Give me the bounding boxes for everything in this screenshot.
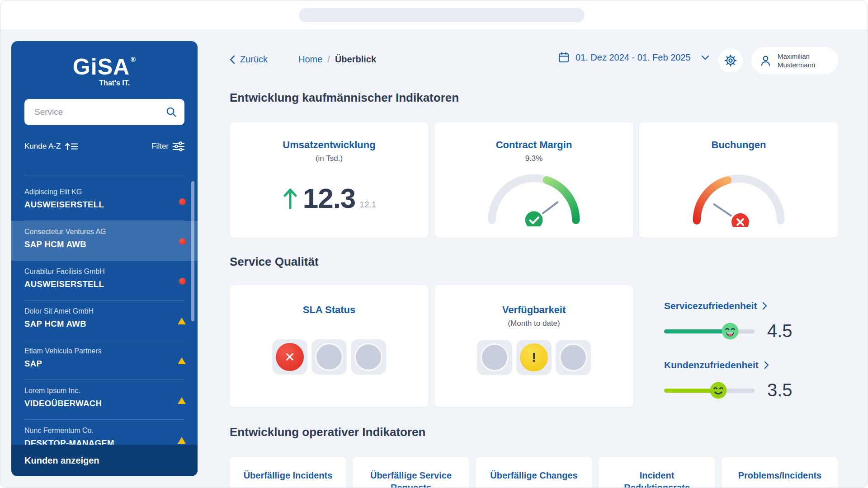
service-satisfaction-row: 4.5	[664, 321, 845, 341]
smiling-smiley-icon	[710, 382, 727, 399]
gauge-good	[434, 168, 633, 228]
sidebar: GiSA® That's IT. Kunde A-Z	[11, 41, 198, 476]
card-subtitle: (in Tsd.)	[230, 154, 429, 163]
user-menu[interactable]: Maximilian Mustermann	[751, 47, 838, 74]
user-last-name: Mustermann	[778, 61, 815, 70]
card-subtitle: (Month to date)	[434, 319, 633, 328]
status-indicator	[178, 397, 186, 404]
service-satisfaction-slider[interactable]	[664, 323, 755, 340]
customer-list-item[interactable]: Nunc Fermentum Co. DESKTOP-MANAGEM	[11, 420, 198, 445]
gauge-chart-critical	[686, 168, 791, 227]
customer-name: Lorem Ipsum Inc.	[24, 387, 170, 395]
kpi-card-verfuegbarkeit: Verfügbarkeit (Month to date)	[434, 285, 633, 407]
app-window: GiSA® That's IT. Kunde A-Z	[0, 0, 868, 488]
traffic-lamp	[520, 343, 548, 371]
status-indicator	[178, 437, 186, 444]
breadcrumb: Home / Überblick	[298, 54, 376, 65]
traffic-lamp	[354, 343, 382, 371]
kpi-card-overdue-service-requests[interactable]: Überfällige Service Requests	[353, 457, 469, 488]
back-button[interactable]: Zurück	[230, 54, 268, 65]
top-bar	[0, 0, 868, 29]
customer-service: SAP HCM AWB	[24, 239, 170, 249]
customer-list-item[interactable]: Etiam Vehicula Partners SAP	[11, 340, 198, 380]
search-icon[interactable]	[165, 106, 177, 118]
customer-service: DESKTOP-MANAGEM	[24, 438, 170, 445]
settings-button[interactable]	[718, 48, 743, 73]
kpi-card-contract-margin: Contract Margin 9.3%	[434, 122, 633, 238]
customer-satisfaction-link[interactable]: Kundenzufriedenheit	[664, 360, 845, 371]
user-first-name: Maximilian	[778, 52, 815, 61]
customer-list-item[interactable]: Lorem Ipsum Inc. VIDEOÜBERWACH	[11, 380, 198, 420]
traffic-light-cell	[556, 340, 591, 375]
customer-service: VIDEOÜBERWACH	[24, 399, 170, 408]
kpi-card-problems-incidents[interactable]: Problems/Incidents	[722, 457, 838, 488]
customer-list-item[interactable]: Dolor Sit Amet GmbH SAP HCM AWB	[11, 300, 198, 340]
contract-margin-value: 9.3%	[434, 154, 633, 163]
kpi-value-row: 12.3 12.1	[230, 182, 429, 214]
status-indicator	[179, 278, 186, 285]
service-search	[24, 99, 184, 125]
traffic-light-cell	[272, 339, 307, 375]
brand-logo: GiSA® That's IT.	[11, 56, 198, 87]
brand-name: GiSA	[73, 54, 130, 80]
list-controls: Kunde A-Z Filter	[24, 141, 184, 151]
laughing-smiley-icon	[722, 323, 739, 340]
chevron-down-icon	[701, 55, 709, 60]
card-title: Überfällige Service Requests	[361, 469, 461, 488]
slider-thumb-happy-face[interactable]	[722, 323, 739, 340]
customer-satisfaction-label: Kundenzufriedenheit	[664, 360, 759, 371]
card-title: Problems/Incidents	[730, 469, 830, 482]
user-icon	[760, 55, 772, 67]
service-satisfaction-link[interactable]: Servicezufriedenheit	[664, 300, 845, 311]
traffic-light-cell	[477, 340, 512, 375]
customer-name: Curabitur Facilisis GmbH	[24, 267, 170, 276]
customer-list: Adipiscing Elit KG AUSWEISERSTELL Consec…	[11, 181, 198, 445]
kpi-card-incident-reduction-rate[interactable]: Incident Reduktionsrate	[599, 457, 715, 488]
section-title-commercial: Entwicklung kaufmännischer Indikatoren	[230, 91, 459, 105]
customer-service: SAP	[24, 359, 170, 369]
customer-name: Consectetur Ventures AG	[24, 228, 170, 236]
date-range-label: 01. Dez 2024 - 01. Feb 2025	[576, 52, 691, 63]
customer-list-item[interactable]: Curabitur Facilisis GmbH AUSWEISERSTELL	[11, 261, 198, 300]
customer-satisfaction: Kundenzufriedenheit 3.5	[664, 360, 845, 400]
registered-mark: ®	[131, 56, 136, 63]
traffic-lamp	[276, 343, 304, 371]
customer-service: AUSWEISERSTELL	[24, 200, 170, 210]
breadcrumb-home[interactable]: Home	[298, 54, 322, 65]
show-customers-button[interactable]: Kunden anzeigen	[11, 445, 198, 476]
slider-thumb-smile-face[interactable]	[710, 382, 727, 399]
status-indicator	[179, 238, 186, 245]
service-satisfaction-label: Servicezufriedenheit	[664, 300, 757, 311]
kpi-previous-value: 12.1	[359, 200, 376, 210]
card-title: Verfügbarkeit	[434, 304, 633, 316]
customer-name: Dolor Sit Amet GmbH	[24, 307, 170, 315]
kpi-card-overdue-changes[interactable]: Überfällige Changes	[476, 457, 592, 488]
sort-control[interactable]: Kunde A-Z	[24, 142, 78, 151]
top-bar-pill	[299, 8, 585, 22]
gear-icon	[724, 54, 737, 67]
card-title: SLA Status	[230, 304, 429, 316]
service-satisfaction-value: 4.5	[767, 321, 793, 341]
customer-list-item[interactable]: Consectetur Ventures AG SAP HCM AWB	[11, 221, 198, 261]
gauge-chart-good	[481, 168, 586, 226]
service-satisfaction: Servicezufriedenheit	[664, 300, 845, 341]
sort-label: Kunde A-Z	[24, 142, 61, 151]
status-indicator	[179, 198, 186, 205]
show-customers-label: Kunden anzeigen	[24, 455, 99, 466]
filter-control[interactable]: Filter	[151, 141, 184, 151]
card-title: Buchungen	[639, 139, 838, 151]
search-input[interactable]	[24, 99, 184, 125]
customer-list-item[interactable]: Adipiscing Elit KG AUSWEISERSTELL	[11, 181, 198, 221]
customer-service: AUSWEISERSTELL	[24, 279, 170, 289]
customer-satisfaction-value: 3.5	[767, 380, 793, 400]
customer-satisfaction-slider[interactable]	[664, 382, 755, 399]
section-title-operative: Entwicklung operativer Indikatoren	[230, 425, 425, 439]
sidebar-scrollbar[interactable]	[191, 181, 194, 321]
traffic-lamp	[315, 343, 343, 371]
section-title-quality: Service Qualität	[230, 255, 319, 269]
slider-fill	[664, 329, 730, 333]
chevron-right-icon	[764, 361, 769, 369]
chevron-left-icon	[230, 55, 235, 64]
date-range-picker[interactable]: 01. Dez 2024 - 01. Feb 2025	[558, 52, 709, 63]
kpi-card-overdue-incidents[interactable]: Überfällige Incidents	[230, 457, 346, 488]
